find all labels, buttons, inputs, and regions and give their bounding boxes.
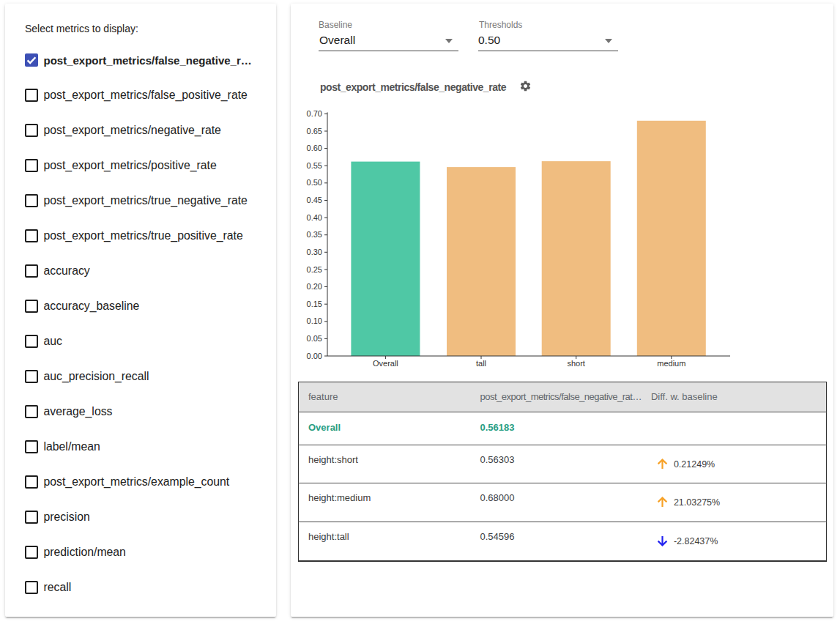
svg-text:0.50: 0.50: [307, 178, 322, 187]
svg-text:0.25: 0.25: [307, 265, 322, 274]
svg-text:0.60: 0.60: [307, 144, 322, 152]
svg-text:0.15: 0.15: [307, 300, 322, 308]
svg-text:0.45: 0.45: [307, 196, 322, 204]
svg-text:0.20: 0.20: [307, 282, 322, 291]
svg-text:0.65: 0.65: [307, 127, 322, 136]
svg-text:0.70: 0.70: [307, 109, 322, 118]
svg-text:0.40: 0.40: [307, 213, 322, 222]
svg-text:0.10: 0.10: [307, 316, 322, 325]
svg-text:0.35: 0.35: [307, 230, 322, 239]
svg-text:short: short: [567, 359, 584, 368]
svg-text:Overall: Overall: [373, 359, 398, 368]
svg-text:0.00: 0.00: [307, 352, 322, 360]
svg-text:0.30: 0.30: [307, 248, 322, 256]
svg-text:0.55: 0.55: [307, 161, 322, 170]
svg-text:0.05: 0.05: [307, 334, 322, 343]
svg-text:tall: tall: [476, 359, 486, 368]
svg-text:medium: medium: [657, 359, 685, 368]
